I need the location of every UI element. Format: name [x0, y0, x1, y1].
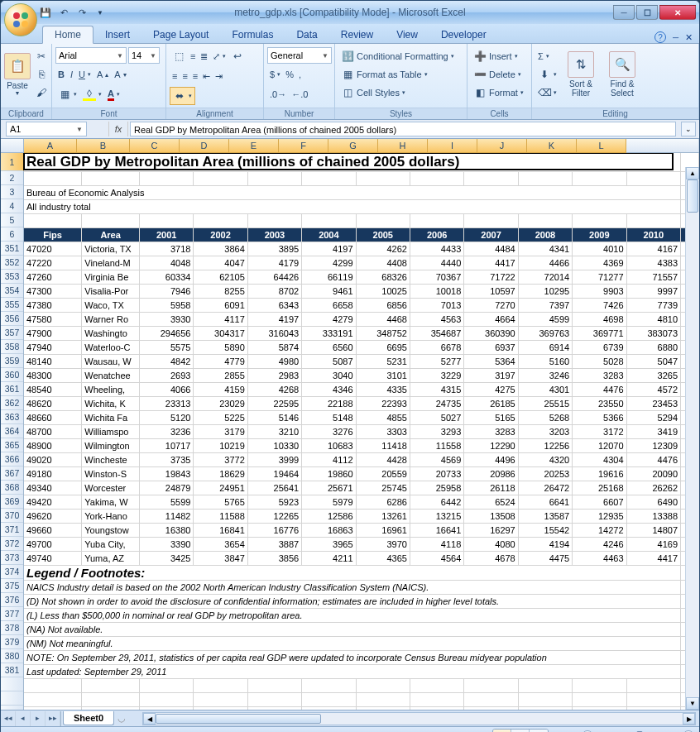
- data-cell[interactable]: 19843: [140, 466, 194, 481]
- row-header[interactable]: 372: [1, 537, 23, 551]
- tab-insert[interactable]: Insert: [93, 26, 141, 43]
- data-cell[interactable]: 3930: [140, 312, 194, 326]
- data-cell[interactable]: 49660: [24, 523, 82, 537]
- data-cell[interactable]: 7426: [573, 298, 626, 312]
- data-cell[interactable]: 26118: [464, 481, 518, 495]
- title-cell[interactable]: Real GDP by Metropolitan Area (millions …: [24, 153, 681, 171]
- merge-center-button[interactable]: ⬌▾: [170, 87, 195, 105]
- data-cell[interactable]: 4194: [518, 537, 572, 551]
- table-header[interactable]: 2001: [140, 227, 194, 242]
- row-header[interactable]: 377: [1, 607, 23, 621]
- qat-customize-icon[interactable]: ▼: [92, 4, 108, 21]
- number-format-dropdown[interactable]: General▼: [267, 47, 332, 64]
- maximize-button[interactable]: ☐: [636, 5, 658, 20]
- scroll-thumb-vertical[interactable]: [687, 179, 698, 213]
- bold-button[interactable]: B: [55, 65, 67, 84]
- column-header-J[interactable]: J: [477, 139, 527, 153]
- format-cells-button[interactable]: ◧Format▾: [471, 84, 526, 102]
- data-cell[interactable]: 3172: [573, 424, 626, 438]
- data-cell[interactable]: Wichita, K: [82, 396, 140, 410]
- data-cell[interactable]: 5979: [302, 495, 356, 509]
- data-cell[interactable]: 3283: [573, 368, 626, 382]
- data-cell[interactable]: 6856: [356, 298, 410, 312]
- data-cell[interactable]: 4179: [247, 256, 301, 270]
- data-cell[interactable]: 25671: [302, 481, 356, 495]
- data-cell[interactable]: 3847: [194, 551, 247, 565]
- data-cell[interactable]: 4779: [194, 354, 247, 368]
- wrap-text-button[interactable]: ↩: [228, 47, 247, 65]
- data-cell[interactable]: 6678: [410, 340, 463, 354]
- comma-button[interactable]: ,: [296, 65, 304, 84]
- formula-bar[interactable]: Real GDP by Metropolitan Area (millions …: [130, 122, 676, 136]
- row-header[interactable]: 354: [1, 284, 23, 298]
- data-cell[interactable]: 4275: [464, 382, 518, 396]
- row-header[interactable]: 351: [1, 242, 23, 256]
- copy-button[interactable]: ⎘: [32, 65, 50, 84]
- row-header[interactable]: 355: [1, 298, 23, 312]
- table-header[interactable]: 2007: [464, 227, 518, 242]
- scroll-down-button[interactable]: ▼: [686, 697, 699, 710]
- data-cell[interactable]: 3654: [194, 537, 247, 551]
- data-cell[interactable]: 369763: [518, 326, 572, 340]
- data-cell[interactable]: 5923: [247, 495, 301, 509]
- paste-button[interactable]: 📋 Paste ▼: [4, 47, 31, 102]
- data-cell[interactable]: 25168: [573, 481, 626, 495]
- data-cell[interactable]: 12256: [518, 438, 572, 452]
- data-cell[interactable]: 6641: [518, 495, 572, 509]
- data-cell[interactable]: 22595: [247, 396, 301, 410]
- save-icon[interactable]: 💾: [37, 4, 54, 21]
- data-cell[interactable]: 20090: [626, 466, 681, 481]
- data-cell[interactable]: 47300: [24, 284, 82, 298]
- data-cell[interactable]: 3999: [247, 452, 301, 466]
- data-cell[interactable]: 3265: [626, 368, 681, 382]
- sheet-tab-sheet0[interactable]: Sheet0: [63, 711, 114, 725]
- data-cell[interactable]: 6560: [302, 340, 356, 354]
- data-cell[interactable]: 20733: [410, 466, 463, 481]
- source-cell[interactable]: Bureau of Economic Analysis: [24, 185, 681, 199]
- data-cell[interactable]: 48300: [24, 368, 82, 382]
- data-cell[interactable]: 24879: [140, 481, 194, 495]
- prev-sheet-button[interactable]: ◂: [16, 711, 31, 726]
- data-cell[interactable]: 4810: [626, 312, 681, 326]
- data-cell[interactable]: 6442: [410, 495, 463, 509]
- data-cell[interactable]: 14272: [573, 523, 626, 537]
- data-cell[interactable]: 5366: [573, 410, 626, 424]
- footnote-cell[interactable]: (NM) Not meaningful.: [24, 636, 681, 650]
- data-cell[interactable]: 4855: [356, 410, 410, 424]
- data-cell[interactable]: 3229: [410, 368, 463, 382]
- data-cell[interactable]: 13261: [356, 509, 410, 523]
- data-cell[interactable]: 5874: [247, 340, 301, 354]
- column-header-D[interactable]: D: [180, 139, 229, 153]
- data-cell[interactable]: 4484: [464, 242, 518, 256]
- data-cell[interactable]: 6914: [518, 340, 572, 354]
- data-cell[interactable]: Youngstow: [82, 523, 140, 537]
- data-cell[interactable]: 3970: [356, 537, 410, 551]
- data-cell[interactable]: 4112: [302, 452, 356, 466]
- data-cell[interactable]: 4408: [356, 256, 410, 270]
- minimize-button[interactable]: ─: [613, 5, 635, 20]
- data-cell[interactable]: 14807: [626, 523, 681, 537]
- data-cell[interactable]: 26185: [464, 396, 518, 410]
- table-header[interactable]: 2009: [573, 227, 626, 242]
- data-cell[interactable]: 3419: [626, 424, 681, 438]
- legend-title[interactable]: Legend / Footnotes:: [24, 565, 681, 580]
- data-cell[interactable]: Yuba City,: [82, 537, 140, 551]
- data-cell[interactable]: 18629: [194, 466, 247, 481]
- data-cell[interactable]: 4048: [140, 256, 194, 270]
- column-header-L[interactable]: L: [577, 139, 626, 153]
- data-cell[interactable]: 3856: [247, 551, 301, 565]
- data-cell[interactable]: 4268: [247, 382, 301, 396]
- data-cell[interactable]: 3210: [247, 424, 301, 438]
- data-cell[interactable]: 4564: [410, 551, 463, 565]
- data-cell[interactable]: 369771: [573, 326, 626, 340]
- row-header[interactable]: 363: [1, 410, 23, 424]
- data-cell[interactable]: 4678: [464, 551, 518, 565]
- data-cell[interactable]: 3772: [194, 452, 247, 466]
- border-button[interactable]: ▦▾: [55, 85, 79, 103]
- footnote-cell[interactable]: (L) Less than $500,000 in nominal or rea…: [24, 608, 681, 622]
- data-cell[interactable]: 24735: [410, 396, 463, 410]
- data-cell[interactable]: 5294: [626, 410, 681, 424]
- row-header[interactable]: 5: [1, 213, 23, 227]
- row-header[interactable]: 378: [1, 621, 23, 635]
- data-cell[interactable]: 5765: [194, 495, 247, 509]
